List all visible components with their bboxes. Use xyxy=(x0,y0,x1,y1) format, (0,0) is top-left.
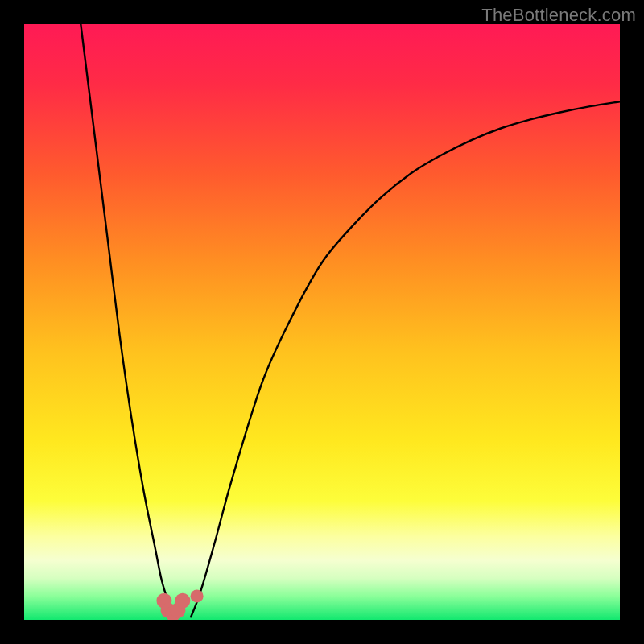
valley-marker-dot xyxy=(175,593,190,609)
chart-frame: TheBottleneck.com xyxy=(0,0,644,644)
valley-marker-dot xyxy=(191,589,204,602)
curve-layer xyxy=(24,24,620,620)
curve-right-branch xyxy=(191,101,620,617)
plot-area xyxy=(24,24,620,620)
curve-left-branch xyxy=(80,24,173,617)
watermark-label: TheBottleneck.com xyxy=(481,5,636,26)
